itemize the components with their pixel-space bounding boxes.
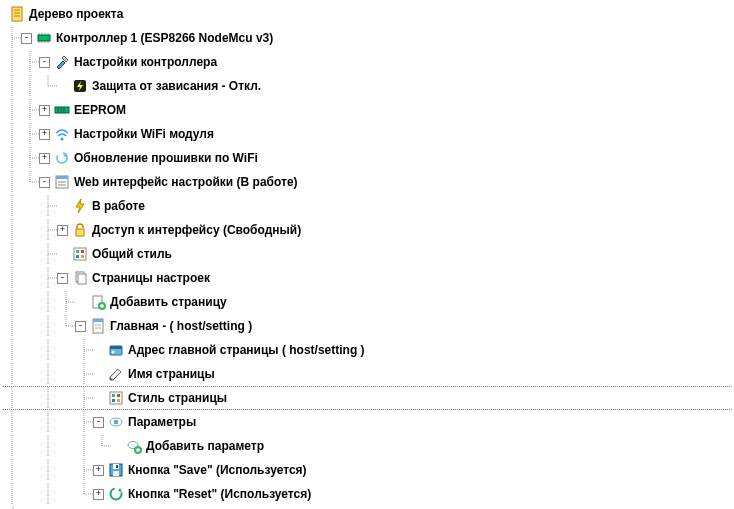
row-label: Параметры <box>128 415 196 429</box>
tree-row-root[interactable]: Дерево проекта <box>2 2 732 26</box>
page-icon <box>90 318 106 334</box>
tree-row[interactable]: - Параметры <box>2 410 732 434</box>
tree-row[interactable]: - Web интерфейс настройки (В работе) <box>2 170 732 194</box>
svg-rect-24 <box>76 229 84 236</box>
row-label: Главная - ( host/setting ) <box>110 319 252 333</box>
svg-rect-45 <box>117 399 120 402</box>
tree-row[interactable]: Общий стиль <box>2 242 732 266</box>
row-label: Имя страницы <box>128 367 215 381</box>
toggle-minus[interactable]: - <box>21 33 32 44</box>
tree-row[interactable]: + Кнопка "Reset" (Используется) <box>2 482 732 506</box>
tree-icon <box>9 6 25 22</box>
tree-row-selected[interactable]: Стиль страницы <box>2 386 732 410</box>
svg-point-40 <box>112 351 115 354</box>
svg-rect-44 <box>112 399 115 402</box>
lock-icon <box>72 222 88 238</box>
toggle-minus[interactable]: - <box>39 57 50 68</box>
toggle-minus[interactable]: - <box>39 177 50 188</box>
toggle-minus[interactable]: - <box>57 273 68 284</box>
params-icon <box>108 414 124 430</box>
row-label: Настройки WiFi модуля <box>74 127 214 141</box>
form-icon <box>54 174 70 190</box>
tools-icon <box>54 54 70 70</box>
bolt2-icon <box>72 198 88 214</box>
tree-row[interactable]: - Страницы настроек <box>2 266 732 290</box>
row-label: Адрес главной страницы ( host/setting ) <box>128 343 365 357</box>
row-label: В работе <box>92 199 145 213</box>
svg-rect-26 <box>76 250 79 253</box>
row-label: Общий стиль <box>92 247 172 261</box>
svg-rect-14 <box>55 107 69 113</box>
reset-icon <box>108 486 124 502</box>
tree-row[interactable]: - Настройки контроллера <box>2 50 732 74</box>
tree-row[interactable]: + Настройки WiFi модуля <box>2 122 732 146</box>
svg-rect-27 <box>81 250 84 253</box>
row-label: Web интерфейс настройки (В работе) <box>74 175 298 189</box>
toggle-plus[interactable]: + <box>39 129 50 140</box>
svg-rect-41 <box>110 392 122 404</box>
add-param-icon <box>126 438 142 454</box>
toggle-plus[interactable]: + <box>39 105 50 116</box>
row-label: Доступ к интерфейсу (Свободный) <box>92 223 301 237</box>
row-label: Стиль страницы <box>128 391 227 405</box>
tree-row[interactable]: Добавить страницу <box>2 290 732 314</box>
row-label: Добавить страницу <box>110 295 227 309</box>
add-page-icon <box>90 294 106 310</box>
tree-row[interactable]: + Кнопка "Save" (Используется) <box>2 458 732 482</box>
row-label: Настройки контроллера <box>74 55 217 69</box>
tree-row[interactable]: Добавить параметр <box>2 434 732 458</box>
address-icon <box>108 342 124 358</box>
row-label: EEPROM <box>74 103 126 117</box>
tree-row[interactable]: Адрес главной страницы ( host/setting ) <box>2 338 732 362</box>
row-label: Страницы настроек <box>92 271 210 285</box>
row-label: Кнопка "Save" (Используется) <box>128 463 307 477</box>
toggle-minus[interactable]: - <box>93 417 104 428</box>
tree-row[interactable]: + Доступ к интерфейсу (Свободный) <box>2 218 732 242</box>
svg-rect-42 <box>112 394 115 397</box>
svg-rect-35 <box>93 319 103 322</box>
chip-icon <box>36 30 52 46</box>
row-label: Добавить параметр <box>146 439 264 453</box>
svg-point-18 <box>61 138 64 141</box>
tree-row[interactable]: + EEPROM <box>2 98 732 122</box>
row-label: Кнопка "Reset" (Используется) <box>128 487 311 501</box>
svg-rect-29 <box>81 255 84 258</box>
tree-row-controller[interactable]: - Контроллер 1 (ESP8266 NodeMcu v3) <box>2 26 732 50</box>
toggle-minus[interactable]: - <box>75 321 86 332</box>
svg-rect-31 <box>78 274 86 284</box>
row-label: Обновление прошивки по WiFi <box>74 151 258 165</box>
eeprom-icon <box>54 102 70 118</box>
pages-icon <box>72 270 88 286</box>
tree-row[interactable]: В работе <box>2 194 732 218</box>
project-tree: Дерево проекта - Контроллер 1 (ESP8266 N… <box>0 0 734 509</box>
svg-rect-4 <box>38 35 50 41</box>
toggle-plus[interactable]: + <box>39 153 50 164</box>
tree-row[interactable]: + Обновление прошивки по WiFi <box>2 146 732 170</box>
row-label: Контроллер 1 (ESP8266 NodeMcu v3) <box>56 31 273 45</box>
svg-rect-28 <box>76 255 79 258</box>
svg-rect-53 <box>116 465 118 468</box>
svg-rect-39 <box>110 346 122 349</box>
tree-row[interactable]: - Главная - ( host/setting ) <box>2 314 732 338</box>
toggle-plus[interactable]: + <box>93 465 104 476</box>
update-icon <box>54 150 70 166</box>
svg-rect-25 <box>74 248 86 260</box>
svg-rect-43 <box>117 394 120 397</box>
wifi-icon <box>54 126 70 142</box>
tree-row[interactable]: Защита от зависания - Откл. <box>2 74 732 98</box>
style-icon <box>72 246 88 262</box>
bolt-icon <box>72 78 88 94</box>
row-label: Дерево проекта <box>29 7 123 21</box>
save-icon <box>108 462 124 478</box>
svg-rect-21 <box>56 176 68 179</box>
svg-rect-47 <box>114 420 118 424</box>
toggle-plus[interactable]: + <box>57 225 68 236</box>
style-icon <box>108 390 124 406</box>
tree-row[interactable]: Имя страницы <box>2 362 732 386</box>
toggle-plus[interactable]: + <box>93 489 104 500</box>
svg-rect-0 <box>12 7 22 21</box>
edit-icon <box>108 366 124 382</box>
row-label: Защита от зависания - Откл. <box>92 79 261 93</box>
svg-rect-52 <box>113 471 119 476</box>
